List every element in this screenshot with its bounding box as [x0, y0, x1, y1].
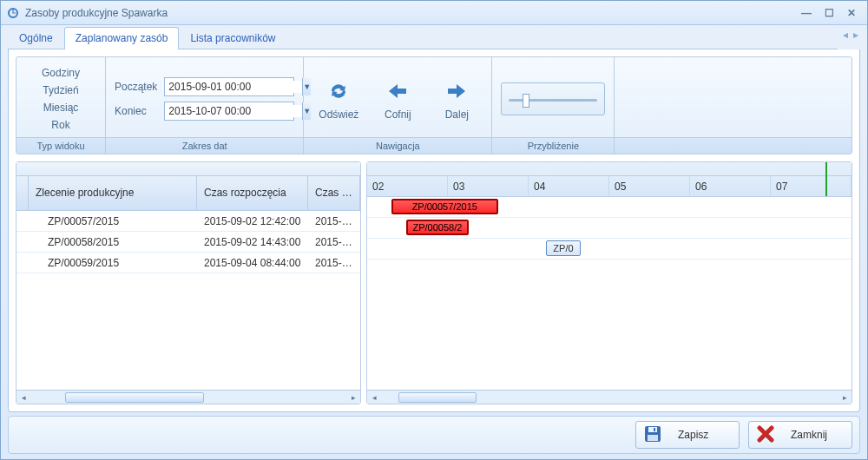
titlebar: Zasoby produkcyjne Spawarka — ☐ ✕	[1, 1, 867, 25]
grid-body: ZP/00057/20152015-09-02 12:42:002015-09-…	[16, 211, 360, 390]
gantt-bar[interactable]: ZP/0	[546, 240, 580, 256]
tabs-prev-icon[interactable]: ◂	[843, 29, 848, 41]
maximize-button[interactable]: ☐	[819, 5, 839, 21]
ribbon-group-range: Początek ▼ Koniec ▼ Zakres dat	[106, 57, 304, 154]
svg-rect-4	[654, 428, 655, 431]
day-header: 05	[609, 176, 690, 196]
range-start-label: Początek	[115, 81, 159, 93]
save-button[interactable]: Zapisz	[635, 421, 740, 449]
range-start-combo[interactable]: ▼	[164, 77, 294, 96]
gantt-bar[interactable]: ZP/00058/2	[406, 220, 470, 235]
cell-start: 2015-09-02 12:42:00	[197, 215, 308, 227]
window: Zasoby produkcyjne Spawarka — ☐ ✕ Ogólne…	[0, 0, 868, 460]
refresh-label: Odśwież	[319, 108, 358, 121]
cell-end: 2015-09-03	[308, 236, 360, 248]
cell-order: ZP/00057/2015	[29, 215, 197, 227]
range-end-input[interactable]	[165, 105, 302, 117]
app-icon	[6, 6, 20, 20]
view-hours[interactable]: Godziny	[25, 64, 96, 82]
day-header: 06	[690, 176, 771, 196]
scroll-left-icon[interactable]: ◂	[16, 391, 30, 404]
footer: Zapisz Zamknij	[8, 416, 860, 454]
forward-label: Dalej	[445, 108, 469, 121]
scroll-right-icon[interactable]: ▸	[346, 391, 360, 404]
day-header: 02	[367, 176, 448, 196]
day-header: 07	[771, 176, 852, 196]
ribbon-group-empty	[615, 57, 852, 154]
ribbon-label-zoom: Przybliżenie	[492, 137, 614, 154]
timeline-header: 020304050607	[367, 162, 852, 197]
tabs-nav: ◂ ▸	[843, 29, 858, 41]
tab-zaplanowany-zasob[interactable]: Zaplanowany zasób	[64, 27, 180, 49]
table-row[interactable]: ZP/00058/20152015-09-02 14:43:002015-09-…	[16, 232, 360, 253]
range-end-label: Koniec	[115, 105, 159, 117]
ribbon-label-view: Typ widoku	[16, 137, 105, 154]
tab-lista-pracownikow[interactable]: Lista pracowników	[179, 27, 286, 49]
gantt-bar[interactable]: ZP/00057/2015	[391, 199, 498, 214]
minimize-button[interactable]: —	[796, 5, 817, 21]
grid-col-end[interactable]: Czas zako	[308, 176, 360, 210]
close-button[interactable]: Zamknij	[748, 421, 852, 449]
timeline-row: ZP/00057/2015	[367, 197, 852, 218]
ribbon-label-range: Zakres dat	[106, 137, 303, 154]
cell-start: 2015-09-04 08:44:00	[197, 257, 308, 269]
close-label: Zamknij	[791, 429, 827, 441]
grid-header: Zlecenie produkcyjne Czas rozpoczęcia Cz…	[16, 176, 360, 211]
timeline-body: ZP/00057/2015ZP/00058/2ZP/0	[367, 197, 852, 390]
save-icon	[643, 424, 662, 446]
grid-col-start[interactable]: Czas rozpoczęcia	[197, 176, 308, 210]
back-label: Cofnij	[385, 108, 411, 121]
now-line	[825, 162, 827, 196]
cell-start: 2015-09-02 14:43:00	[197, 236, 308, 248]
cell-order: ZP/00059/2015	[29, 257, 197, 269]
workarea: Zlecenie produkcyjne Czas rozpoczęcia Cz…	[16, 161, 852, 404]
view-week[interactable]: Tydzień	[25, 82, 96, 99]
back-button[interactable]: Cofnij	[372, 77, 424, 121]
close-icon	[756, 424, 775, 446]
refresh-icon	[326, 77, 351, 105]
zoom-thumb[interactable]	[523, 94, 529, 108]
timeline-panel: 020304050607 ZP/00057/2015ZP/00058/2ZP/0…	[366, 161, 852, 404]
ribbon-group-zoom: Przybliżenie	[492, 57, 615, 154]
range-end-combo[interactable]: ▼	[164, 102, 294, 121]
day-header: 03	[448, 176, 529, 196]
view-year[interactable]: Rok	[25, 116, 96, 134]
tabs: Ogólne Zaplanowany zasób Lista pracownik…	[1, 25, 867, 49]
scroll-thumb[interactable]	[65, 392, 204, 403]
scroll-right-icon[interactable]: ▸	[838, 391, 852, 404]
timeline-row: ZP/0	[367, 239, 852, 260]
ribbon: Godziny Tydzień Miesiąc Rok Typ widoku P…	[16, 56, 852, 154]
cell-order: ZP/00058/2015	[29, 236, 197, 248]
tabs-next-icon[interactable]: ▸	[853, 29, 858, 41]
grid-scrollbar[interactable]: ◂ ▸	[16, 390, 360, 404]
svg-rect-3	[648, 435, 658, 441]
grid-panel: Zlecenie produkcyjne Czas rozpoczęcia Cz…	[16, 161, 361, 404]
ribbon-group-nav: Odśwież Cofnij Dalej N	[304, 57, 492, 154]
cell-end: 2015-09-03	[308, 215, 360, 227]
content: Godziny Tydzień Miesiąc Rok Typ widoku P…	[8, 49, 860, 412]
arrow-left-icon	[385, 77, 410, 105]
scroll-left-icon[interactable]: ◂	[367, 391, 381, 404]
cell-end: 2015-09-04	[308, 257, 360, 269]
view-month[interactable]: Miesiąc	[25, 99, 96, 116]
table-row[interactable]: ZP/00057/20152015-09-02 12:42:002015-09-…	[16, 211, 360, 232]
tab-ogolne[interactable]: Ogólne	[8, 27, 64, 49]
grid-col-order[interactable]: Zlecenie produkcyjne	[29, 176, 197, 210]
scroll-thumb[interactable]	[398, 392, 477, 403]
zoom-slider[interactable]	[501, 82, 605, 115]
timeline-scrollbar[interactable]: ◂ ▸	[367, 390, 852, 404]
day-header: 04	[529, 176, 609, 196]
close-window-button[interactable]: ✕	[841, 5, 862, 21]
timeline-row: ZP/00058/2	[367, 218, 852, 239]
forward-button[interactable]: Dalej	[431, 77, 483, 121]
range-start-input[interactable]	[165, 81, 302, 93]
arrow-right-icon	[444, 77, 469, 105]
save-label: Zapisz	[678, 429, 708, 441]
svg-rect-2	[648, 427, 657, 432]
ribbon-label-nav: Nawigacja	[304, 137, 491, 154]
window-title: Zasoby produkcyjne Spawarka	[25, 7, 168, 19]
refresh-button[interactable]: Odśwież	[312, 77, 365, 121]
table-row[interactable]: ZP/00059/20152015-09-04 08:44:002015-09-…	[16, 253, 360, 273]
ribbon-group-view: Godziny Tydzień Miesiąc Rok Typ widoku	[16, 57, 106, 154]
